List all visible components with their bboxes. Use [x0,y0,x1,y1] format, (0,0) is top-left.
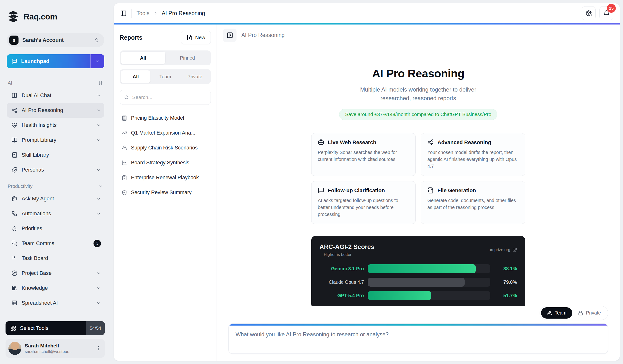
toggle-label: Private [586,310,601,316]
hero-title: AI Pro Reasoning [311,67,525,80]
panel-collapse-button[interactable] [223,29,237,42]
visibility-private-button[interactable]: Private [572,307,607,319]
search-input[interactable] [132,94,206,100]
chevron-down-icon [96,93,101,98]
sidebar-item-task-board[interactable]: Task Board [7,251,104,266]
account-switcher[interactable]: s Sarah's Account [7,33,104,47]
sidebar-toggle-button[interactable] [120,10,127,17]
report-item-supply-chain-risk-scenarios[interactable]: Supply Chain Risk Scenarios [120,140,211,155]
launchpad-label: Launchpad [21,58,49,64]
section-collapse-button[interactable] [98,184,103,189]
breadcrumb: Tools AI Pro Reasoning [136,10,205,17]
bar-fill [368,264,476,273]
sidebar-item-skill-library[interactable]: Skill Library [7,148,104,162]
nav-label: Personas [22,167,92,173]
feature-description: AI asks targeted follow-up questions to … [318,197,409,218]
notification-count-badge: 25 [607,4,616,13]
trending-up-icon [122,130,127,136]
kanban-icon [12,256,17,261]
sidebar-item-dual-ai-chat[interactable]: Dual AI Chat [7,88,104,103]
feature-description: Your chosen model drafts the report, the… [427,149,519,170]
sidebar-item-health-insights[interactable]: Health Insights [7,118,104,133]
nav-label: Knowledge [22,285,92,291]
report-label: Board Strategy Synthesis [131,160,189,166]
section-label: Productivity [8,184,32,189]
report-item-board-strategy-synthesis[interactable]: Board Strategy Synthesis [120,155,211,170]
sidebar-item-ai-pro-reasoning[interactable]: AI Pro Reasoning [7,103,104,118]
feature-title: Follow-up Clarification [328,187,385,194]
nav-label: Project Base [22,270,92,276]
user-meta: Sarah Mitchell sarah.mitchell@westbur... [25,343,92,354]
sidebar-item-team-comms[interactable]: Team Comms 3 [7,236,104,251]
book-open-icon [12,137,17,143]
launchpad-expand-button[interactable] [90,54,104,68]
tab-pinned[interactable]: Pinned [165,52,210,64]
user-menu[interactable]: Sarah Mitchell sarah.mitchell@westbur... [5,339,105,358]
section-header-ai: AI [7,78,104,88]
book-check-icon [12,152,17,158]
chart-source-link[interactable]: arcprize.org [489,247,517,252]
panel-left-close-icon [227,32,233,39]
prompt-input[interactable] [229,325,608,353]
alert-triangle-icon [122,145,127,151]
chevron-down-icon [96,196,101,201]
workflow-icon [12,211,17,216]
sidebar-item-prompt-library[interactable]: Prompt Library [7,133,104,148]
chevron-down-icon [96,301,101,305]
sidebar-item-priorities[interactable]: Priorities [7,221,104,236]
bar-track [368,291,490,300]
composer-accent-bar [229,324,608,325]
hero-subtitle-line1: Multiple AI models working together to d… [311,85,525,94]
sidebar-item-ask-my-agent[interactable]: Ask My Agent [7,191,104,206]
tool-search-button[interactable] [582,6,596,20]
notifications-button[interactable]: 25 [600,6,613,20]
report-item-security-review-summary[interactable]: Security Review Summary [120,185,211,200]
brand[interactable]: Raq.com [7,10,104,23]
visibility-toggle: Team Private [540,306,608,320]
composer[interactable] [228,323,608,354]
report-item-pricing-elasticity-model[interactable]: Pricing Elasticity Model [120,110,211,126]
nav-label: Prompt Library [22,137,92,143]
launchpad-button[interactable]: Launchpad [7,54,104,68]
sidebar-item-spreadsheet-ai[interactable]: Spreadsheet AI [7,296,104,310]
launchpad-main[interactable]: Launchpad [7,54,90,68]
arc-agi-chart-card: ARC-AGI-2 Scores Higher is better arcpri… [311,236,525,306]
chart-title: ARC-AGI-2 Scores [319,243,374,251]
chart-source-label: arcprize.org [489,247,510,252]
chevron-down-icon [96,123,101,128]
reports-scope-tabs: AllPinned [120,50,211,65]
visibility-team-button[interactable]: Team [541,307,572,319]
columns-icon [12,92,17,98]
user-options-button[interactable] [96,345,101,352]
main-window: Tools AI Pro Reasoning 25 [114,3,620,361]
sidebar: Raq.com s Sarah's Account Launchpad [0,0,111,364]
report-label: Enterprise Renewal Playbook [131,175,199,181]
sidebar-item-knowledge[interactable]: Knowledge [7,281,104,296]
nav-label: Automations [22,211,92,217]
reports-search[interactable] [120,90,211,105]
sort-order-button[interactable] [98,81,103,85]
ellipsis-vertical-icon [96,345,101,351]
report-item-q1-market-expansion-ana[interactable]: Q1 Market Expansion Ana... [120,126,211,140]
network-icon [12,107,17,113]
subtab-all[interactable]: All [121,70,151,83]
subtab-private[interactable]: Private [180,70,210,83]
select-tools-button[interactable]: Select Tools 54/54 [5,321,105,335]
subtab-team[interactable]: Team [151,70,180,83]
bar-track [368,264,490,273]
feature-description: Generate code, documents, and other file… [427,197,519,211]
new-report-button[interactable]: New [181,31,211,44]
chart-row-gemini-3-1-pro: Gemini 3.1 Pro 88.1% [319,264,517,273]
composer-block: Team Private [217,306,620,361]
sidebar-item-project-base[interactable]: Project Base [7,266,104,281]
feature-card-follow-up-clarification: Follow-up Clarification AI asks targeted… [311,181,416,224]
sidebar-item-personas[interactable]: Personas [7,162,104,177]
breadcrumb-parent[interactable]: Tools [136,10,150,17]
globe-icon [318,139,324,146]
bar-label: Gemini 3.1 Pro [319,266,364,272]
sidebar-item-automations[interactable]: Automations [7,206,104,221]
content-scroll-area[interactable]: AI Pro Reasoning Multiple AI models work… [217,46,620,306]
package-search-icon [585,10,592,17]
report-item-enterprise-renewal-playbook[interactable]: Enterprise Renewal Playbook [120,170,211,185]
tab-all[interactable]: All [121,52,165,64]
